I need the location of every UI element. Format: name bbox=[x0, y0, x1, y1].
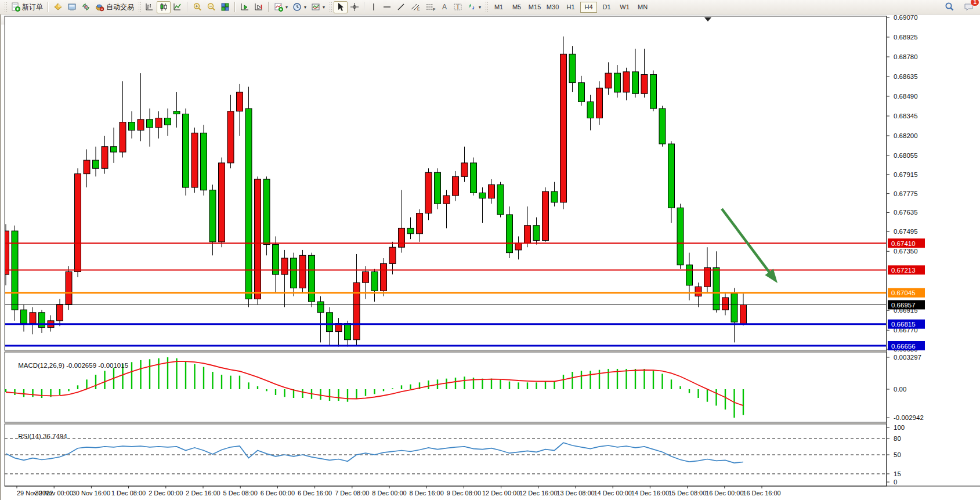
timeframe-m5-button[interactable]: M5 bbox=[508, 2, 525, 13]
trendline-icon bbox=[396, 2, 406, 12]
time-axis-label: 16 Dec 16:00 bbox=[743, 490, 780, 497]
tile-windows-icon bbox=[220, 2, 230, 12]
timeframe-m30-button[interactable]: M30 bbox=[544, 2, 561, 13]
toolbar-separator bbox=[234, 2, 236, 12]
candlestick-chart-button[interactable] bbox=[157, 1, 171, 13]
equidistant-channel-icon: E bbox=[410, 2, 421, 12]
svg-text:0.00: 0.00 bbox=[894, 386, 906, 393]
time-axis-label: 8 Dec 00:00 bbox=[372, 490, 406, 497]
autotrading-label: 自动交易 bbox=[106, 2, 134, 12]
timeframe-m15-button[interactable]: M15 bbox=[526, 2, 543, 13]
chart-canvas[interactable]: 0.690700.689250.687800.686350.684900.683… bbox=[1, 15, 980, 500]
zoom-out-icon bbox=[207, 2, 216, 12]
toolbar-separator bbox=[268, 2, 269, 12]
svg-text:0.66957: 0.66957 bbox=[891, 302, 916, 309]
svg-text:0.67635: 0.67635 bbox=[894, 209, 918, 216]
horizontal-line-button[interactable] bbox=[380, 1, 394, 13]
svg-text:100: 100 bbox=[894, 424, 905, 431]
toolbar-grip[interactable] bbox=[138, 2, 141, 12]
timeframe-w1-button[interactable]: W1 bbox=[616, 2, 633, 13]
tile-windows-button[interactable] bbox=[218, 1, 232, 13]
time-axis-label: 14 Dec 16:00 bbox=[631, 490, 669, 497]
svg-text:-0.002942: -0.002942 bbox=[894, 414, 924, 421]
main-toolbar: 新订单 bbox=[0, 0, 980, 15]
toolbar-separator bbox=[187, 2, 188, 12]
toolbar-grip[interactable] bbox=[4, 2, 7, 12]
search-icon bbox=[945, 2, 954, 12]
vertical-line-button[interactable] bbox=[367, 1, 380, 13]
market-watch-button[interactable] bbox=[51, 1, 65, 13]
time-axis-label: 12 Dec 16:00 bbox=[519, 490, 557, 497]
cursor-icon bbox=[336, 2, 345, 12]
chart-shift-icon bbox=[254, 2, 263, 12]
new-order-button[interactable]: 新订单 bbox=[9, 1, 45, 13]
svg-text:0.68780: 0.68780 bbox=[894, 53, 918, 60]
auto-scroll-button[interactable] bbox=[238, 1, 252, 13]
text-button[interactable]: A bbox=[438, 1, 451, 13]
text-icon: A bbox=[440, 2, 449, 12]
trendline-button[interactable] bbox=[394, 1, 408, 13]
zoom-in-button[interactable] bbox=[190, 1, 204, 13]
templates-button[interactable]: ▾ bbox=[309, 1, 327, 13]
periods-button[interactable]: ▾ bbox=[290, 1, 309, 13]
text-label-button[interactable]: T bbox=[451, 1, 465, 13]
time-axis-label: 30 Nov 00:00 bbox=[35, 490, 73, 497]
time-axis-label: 14 Dec 00:00 bbox=[594, 490, 631, 497]
timeframe-h4-button[interactable]: H4 bbox=[580, 2, 597, 13]
rsi-pane-label: RSI(14) 36.7494 bbox=[7, 426, 67, 447]
arrows-icon bbox=[467, 2, 476, 12]
fibonacci-button[interactable]: F bbox=[423, 1, 438, 13]
chart-shift-button[interactable] bbox=[252, 1, 266, 13]
time-axis-label: 6 Dec 16:00 bbox=[298, 490, 332, 497]
zoom-in-icon bbox=[193, 2, 202, 12]
crosshair-icon bbox=[350, 2, 359, 12]
svg-text:0.68055: 0.68055 bbox=[894, 152, 918, 159]
notification-badge: 1 bbox=[970, 0, 979, 6]
autotrading-button[interactable]: 自动交易 bbox=[93, 1, 136, 13]
timeframe-h1-button[interactable]: H1 bbox=[562, 2, 579, 13]
time-axis-label: 12 Dec 00:00 bbox=[482, 490, 520, 497]
timeframe-m1-button[interactable]: M1 bbox=[490, 2, 507, 13]
data-window-button[interactable] bbox=[65, 1, 79, 13]
arrows-button[interactable]: ▾ bbox=[465, 1, 483, 13]
svg-text:15: 15 bbox=[894, 470, 901, 477]
line-chart-button[interactable] bbox=[171, 1, 185, 13]
data-window-icon bbox=[67, 2, 77, 12]
time-axis-label: 30 Nov 16:00 bbox=[73, 490, 110, 497]
toolbar-grip[interactable] bbox=[329, 2, 332, 12]
navigator-button[interactable] bbox=[79, 1, 93, 13]
toolbar-grip[interactable] bbox=[485, 2, 488, 12]
horizontal-line-icon bbox=[382, 2, 392, 12]
crosshair-button[interactable] bbox=[348, 1, 361, 13]
svg-text:0: 0 bbox=[894, 479, 897, 485]
time-axis-label: 15 Dec 08:00 bbox=[668, 490, 706, 497]
svg-text:A: A bbox=[442, 3, 447, 11]
timeframe-d1-button[interactable]: D1 bbox=[598, 2, 615, 13]
svg-text:0.68925: 0.68925 bbox=[894, 34, 918, 41]
fibonacci-icon: F bbox=[425, 2, 436, 12]
time-axis-label: 9 Dec 08:00 bbox=[447, 490, 481, 497]
time-axis-label: 6 Dec 00:00 bbox=[261, 490, 295, 497]
zoom-out-button[interactable] bbox=[204, 1, 218, 13]
svg-text:0.003297: 0.003297 bbox=[894, 354, 921, 361]
svg-text:0.66815: 0.66815 bbox=[891, 321, 916, 328]
svg-text:0.69070: 0.69070 bbox=[894, 15, 918, 21]
chart-window: ▼ AUDUSD-,H4 0.66816 0.67039 0.66804 0.6… bbox=[0, 15, 980, 500]
timeframe-mn-button[interactable]: MN bbox=[634, 2, 651, 13]
templates-icon bbox=[311, 2, 320, 12]
indicators-button[interactable]: ▾ bbox=[272, 1, 290, 13]
equidistant-channel-button[interactable]: E bbox=[408, 1, 423, 13]
time-axis-label: 5 Dec 08:00 bbox=[223, 490, 258, 497]
svg-text:0.67045: 0.67045 bbox=[891, 289, 916, 296]
bar-chart-button[interactable] bbox=[143, 1, 157, 13]
search-button[interactable] bbox=[942, 1, 957, 13]
macd-pane-label: MACD(12,26,9) -0.002659 -0.001015 bbox=[7, 355, 128, 376]
line-chart-icon bbox=[173, 2, 182, 12]
svg-text:80: 80 bbox=[894, 435, 901, 442]
clock-icon bbox=[292, 2, 302, 12]
notifications-button[interactable]: 1 bbox=[961, 1, 977, 13]
cursor-button[interactable] bbox=[334, 1, 348, 13]
time-axis-label: 7 Dec 08:00 bbox=[335, 490, 369, 497]
svg-text:0.68345: 0.68345 bbox=[894, 113, 918, 119]
market-watch-icon bbox=[53, 2, 63, 12]
